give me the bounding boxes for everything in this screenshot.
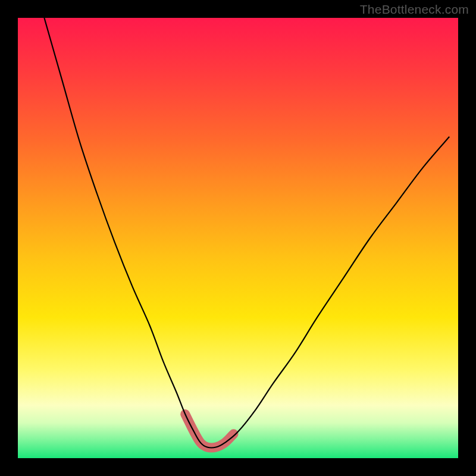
plot-area [18, 18, 458, 458]
bottleneck-curve [44, 18, 449, 447]
chart-frame: TheBottleneck.com [0, 0, 476, 476]
valley-highlight [185, 414, 233, 447]
curve-layer [18, 18, 458, 458]
watermark-text: TheBottleneck.com [360, 2, 469, 17]
